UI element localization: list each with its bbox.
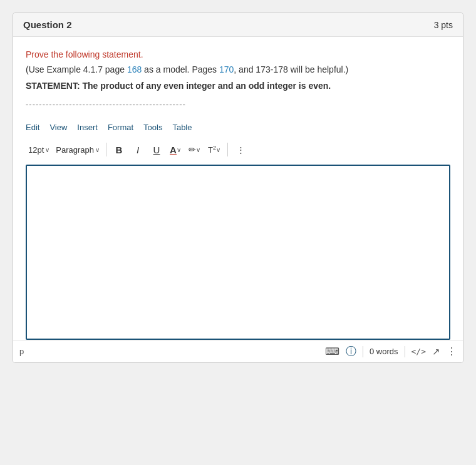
menu-edit[interactable]: Edit (26, 123, 39, 132)
font-size-value: 12pt (28, 145, 44, 155)
prompt-line2-mid: as a model. Pages (142, 64, 219, 74)
prompt-divider: ----------------------------------------… (26, 100, 450, 109)
word-count: 0 words (370, 347, 398, 356)
question-title: Question 2 (23, 19, 72, 30)
highlight-button[interactable]: ✏ ∨ (185, 141, 204, 158)
toolbar-divider-1 (106, 143, 106, 156)
font-size-group: 12pt ∨ (26, 141, 52, 158)
expand-icon[interactable]: ↗ (432, 346, 440, 357)
code-view-button[interactable]: </> (411, 347, 426, 356)
question-card: Question 2 3 pts Prove the following sta… (13, 13, 463, 363)
paragraph-value: Paragraph (56, 145, 94, 155)
bold-icon: B (116, 145, 123, 155)
menu-format[interactable]: Format (108, 123, 133, 132)
paragraph-chevron: ∨ (95, 146, 100, 153)
text-color-icon: A (170, 145, 177, 155)
editor-toolbar: 12pt ∨ Paragraph ∨ B I U A (26, 138, 450, 161)
bold-button[interactable]: B (110, 141, 128, 158)
highlight-chevron: ∨ (196, 146, 200, 153)
editor-menubar: Edit View Insert Format Tools Table (26, 119, 450, 136)
text-color-chevron: ∨ (177, 146, 181, 153)
prompt-line1: Prove the following statement. (26, 49, 450, 59)
keyboard-icon[interactable]: ⌨ (325, 345, 339, 357)
more-icon: ⋮ (237, 145, 245, 155)
menu-view[interactable]: View (49, 123, 67, 132)
card-header: Question 2 3 pts (13, 13, 463, 37)
paragraph-group: Paragraph ∨ (53, 141, 102, 158)
menu-tools[interactable]: Tools (143, 123, 162, 132)
underline-icon: U (153, 145, 160, 155)
info-icon[interactable]: ⓘ (346, 344, 356, 359)
italic-icon: I (137, 145, 139, 155)
question-points: 3 pts (434, 20, 453, 30)
status-tag: p (19, 347, 325, 356)
prompt-link1: 168 (127, 64, 142, 74)
status-divider-2 (405, 346, 405, 357)
more-button[interactable]: ⋮ (232, 141, 249, 158)
prompt-statement: STATEMENT: The product of any even integ… (26, 81, 450, 91)
menu-table[interactable]: Table (172, 123, 192, 132)
card-body: Prove the following statement. (Use Exam… (13, 37, 463, 340)
prompt-line2: (Use Example 4.1.7 page 168 as a model. … (26, 64, 450, 74)
editor-statusbar: p ⌨ ⓘ 0 words </> ↗ ⋮ (13, 340, 463, 362)
superscript-button[interactable]: T2 ∨ (205, 141, 224, 158)
font-size-select[interactable]: 12pt ∨ (26, 141, 52, 158)
font-size-chevron: ∨ (45, 146, 49, 153)
italic-button[interactable]: I (129, 141, 147, 158)
prompt-link2: 170 (219, 64, 234, 74)
toolbar-divider-2 (227, 143, 228, 156)
paragraph-select[interactable]: Paragraph ∨ (53, 141, 102, 158)
highlight-icon: ✏ (189, 145, 196, 155)
menu-insert[interactable]: Insert (77, 123, 98, 132)
prompt-line2-prefix: (Use Example 4.1.7 page (26, 64, 127, 74)
superscript-icon: T2 (208, 145, 216, 155)
superscript-chevron: ∨ (216, 146, 220, 153)
prompt-line2-end: , and 173-178 will be helpful.) (234, 64, 348, 74)
statusbar-more-icon[interactable]: ⋮ (447, 345, 457, 357)
status-divider-1 (363, 346, 363, 357)
underline-button[interactable]: U (148, 141, 165, 158)
status-right-group: ⌨ ⓘ 0 words </> ↗ ⋮ (325, 344, 457, 359)
editor-content-area[interactable] (26, 165, 450, 340)
text-color-button[interactable]: A ∨ (167, 141, 184, 158)
